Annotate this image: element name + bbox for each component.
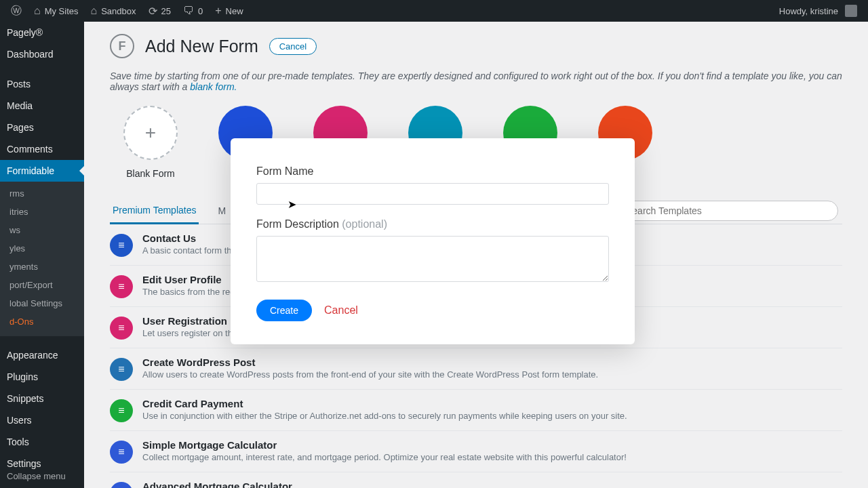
form-description-input[interactable] — [256, 236, 609, 282]
create-button[interactable]: Create — [256, 300, 312, 321]
desc-label-text: Form Description — [256, 218, 339, 230]
form-name-input[interactable] — [256, 183, 609, 205]
optional-label: (optional) — [342, 218, 387, 230]
form-name-label: Form Name — [256, 165, 609, 178]
form-description-label: Form Description (optional) — [256, 218, 609, 230]
modal-cancel-button[interactable]: Cancel — [324, 304, 358, 317]
new-form-modal: Form Name Form Description (optional) Cr… — [231, 138, 635, 344]
